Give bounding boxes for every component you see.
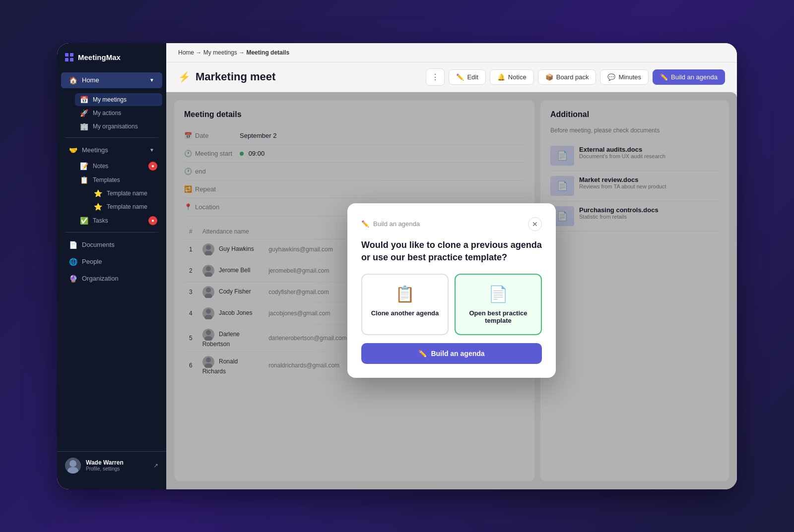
sidebar: MeetingMax 🏠 Home ▼ 📅 My meetings 🚀 My a… — [57, 43, 166, 489]
logo-icon — [65, 53, 74, 62]
main-content: Home → My meetings → Meeting details ⚡ M… — [166, 43, 737, 489]
notes-badge: ● — [148, 162, 157, 171]
tasks-icon: ✅ — [80, 217, 88, 225]
star2-icon: ⭐ — [94, 203, 102, 211]
top-bar: Home → My meetings → Meeting details — [166, 43, 737, 62]
edit-button[interactable]: ✏️ Edit — [449, 69, 485, 85]
modal-header: ✏️ Build an agenda ✕ — [361, 217, 542, 231]
build-agenda-button[interactable]: ✏️ Build an agenda — [653, 69, 725, 85]
modal-title-area: ✏️ Build an agenda — [361, 220, 420, 228]
chevron-meetings-icon: ▼ — [149, 147, 154, 153]
sidebar-item-notes[interactable]: 📝 Notes ● — [75, 159, 162, 173]
documents-label: Documents — [82, 241, 115, 248]
sidebar-divider-2 — [65, 232, 158, 233]
meetings-label: Meetings — [82, 146, 108, 154]
modal: ✏️ Build an agenda ✕ Would you like to c… — [347, 203, 556, 378]
user-name: Wade Warren — [86, 459, 148, 466]
external-link-icon: ↗ — [153, 462, 158, 469]
modal-options: 📋 Clone another agenda 📄 Open best pract… — [361, 274, 542, 335]
content-area: Meeting details 📅 Date September 2 🕐 Mee… — [166, 92, 737, 489]
sidebar-item-templates[interactable]: 📋 Templates — [75, 174, 162, 186]
templates-label: Templates — [93, 177, 120, 183]
page-title-area: ⚡ Marketing meet — [178, 70, 275, 83]
templates-icon: 📋 — [80, 176, 88, 184]
best-practice-option[interactable]: 📄 Open best practice template — [455, 274, 542, 335]
nav-home-label: Home — [82, 76, 99, 84]
meetings-icon: 🤝 — [69, 146, 77, 154]
breadcrumb-sep2: → — [239, 49, 246, 56]
tasks-label: Tasks — [93, 217, 108, 224]
breadcrumb-my-meetings[interactable]: My meetings — [203, 49, 237, 56]
breadcrumb-current: Meeting details — [246, 49, 289, 56]
minutes-button[interactable]: 💬 Minutes — [600, 69, 649, 85]
modal-pencil-icon: ✏️ — [361, 220, 369, 228]
my-organisations-label: My organisations — [93, 123, 138, 130]
calendar-icon: 📅 — [80, 96, 88, 104]
page-title: Marketing meet — [196, 70, 275, 83]
modal-title: Build an agenda — [373, 220, 420, 228]
documents-icon: 📄 — [69, 241, 77, 249]
svg-point-1 — [67, 467, 78, 473]
user-subtitle: Profile, settings — [86, 466, 148, 472]
sidebar-item-tasks[interactable]: ✅ Tasks ● — [75, 214, 162, 228]
template-name-1: Template name — [107, 190, 147, 197]
user-profile[interactable]: Wade Warren Profile, settings ↗ — [57, 451, 166, 479]
template-name-2: Template name — [107, 203, 147, 210]
home-icon: 🏠 — [69, 76, 77, 84]
breadcrumb: Home → My meetings → Meeting details — [178, 49, 289, 56]
best-practice-label: Open best practice template — [463, 309, 533, 324]
modal-btn-icon: ✏️ — [418, 350, 427, 357]
organization-label: Organization — [82, 275, 119, 282]
people-icon: 🌐 — [69, 258, 77, 266]
sidebar-item-my-actions[interactable]: 🚀 My actions — [75, 107, 162, 119]
clone-label: Clone another agenda — [371, 309, 439, 317]
header-actions: ⋮ ✏️ Edit 🔔 Notice 📦 Board pack 💬 Minute… — [426, 68, 725, 86]
breadcrumb-home[interactable]: Home — [178, 49, 194, 56]
svg-point-0 — [69, 460, 76, 467]
chevron-down-icon: ▼ — [149, 77, 154, 83]
more-options-button[interactable]: ⋮ — [426, 68, 445, 86]
lightning-icon: ⚡ — [178, 71, 191, 83]
rocket-icon: 🚀 — [80, 109, 88, 117]
clone-option[interactable]: 📋 Clone another agenda — [361, 274, 449, 335]
sidebar-divider — [65, 137, 158, 138]
notice-button[interactable]: 🔔 Notice — [490, 69, 534, 85]
modal-overlay: ✏️ Build an agenda ✕ Would you like to c… — [166, 92, 737, 489]
modal-close-button[interactable]: ✕ — [528, 217, 542, 231]
user-info: Wade Warren Profile, settings — [86, 459, 148, 472]
sidebar-item-organization[interactable]: 🔮 Organization — [61, 271, 162, 287]
page-header: ⚡ Marketing meet ⋮ ✏️ Edit 🔔 Notice 📦 Bo… — [166, 62, 737, 92]
notice-icon: 🔔 — [497, 73, 505, 81]
modal-question: Would you like to clone a previous agend… — [361, 239, 542, 264]
sidebar-item-my-meetings[interactable]: 📅 My meetings — [75, 93, 162, 106]
board-pack-button[interactable]: 📦 Board pack — [538, 69, 596, 85]
best-practice-icon: 📄 — [488, 285, 508, 303]
sidebar-item-template-1[interactable]: ⭐ Template name — [89, 187, 162, 200]
agenda-icon: ✏️ — [660, 73, 668, 81]
modal-btn-label: Build an agenda — [431, 350, 484, 357]
minutes-icon: 💬 — [607, 73, 615, 81]
sidebar-item-template-2[interactable]: ⭐ Template name — [89, 200, 162, 213]
app-name: MeetingMax — [78, 53, 121, 61]
notes-label: Notes — [93, 163, 108, 170]
notes-icon: 📝 — [80, 162, 88, 170]
my-meetings-label: My meetings — [93, 96, 127, 103]
board-icon: 📦 — [545, 73, 553, 81]
tasks-badge: ● — [148, 216, 157, 225]
sidebar-item-my-organisations[interactable]: 🏢 My organisations — [75, 120, 162, 133]
nav-home[interactable]: 🏠 Home ▼ — [61, 72, 162, 88]
org-icon: 🏢 — [80, 122, 88, 130]
my-actions-label: My actions — [93, 110, 121, 117]
breadcrumb-sep1: → — [196, 49, 203, 56]
organization-icon: 🔮 — [69, 275, 77, 283]
star-icon: ⭐ — [94, 189, 102, 197]
edit-icon: ✏️ — [456, 73, 464, 81]
modal-build-agenda-button[interactable]: ✏️ Build an agenda — [361, 343, 542, 364]
people-label: People — [82, 258, 102, 265]
sidebar-item-meetings[interactable]: 🤝 Meetings ▼ — [61, 142, 162, 158]
sidebar-item-people[interactable]: 🌐 People — [61, 254, 162, 270]
sidebar-item-documents[interactable]: 📄 Documents — [61, 237, 162, 253]
clone-icon: 📋 — [395, 285, 415, 303]
app-logo: MeetingMax — [57, 53, 166, 72]
avatar — [65, 458, 81, 473]
